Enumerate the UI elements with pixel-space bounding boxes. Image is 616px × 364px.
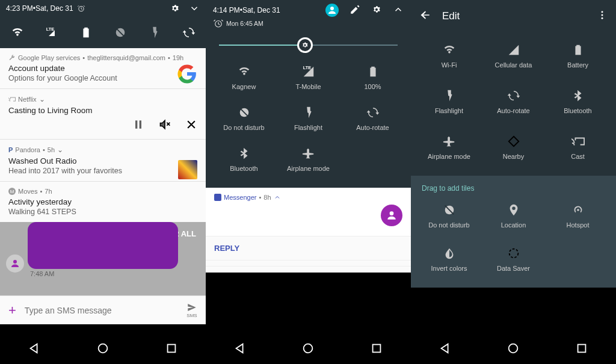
home-button[interactable] [507,342,520,357]
back-button[interactable] [233,342,247,357]
notification-google[interactable]: Google Play services • theglittersquid@g… [0,48,206,89]
sms-background: CLEAR ALL 7:48 AM + Type an SMS message … [0,222,206,324]
alarm-icon [213,18,224,29]
notification-messenger[interactable]: Messenger • 8h [206,188,411,236]
tile-lte[interactable]: LTET-Mobile [276,65,340,90]
expand-icon[interactable] [189,3,200,14]
svg-rect-14 [578,345,586,353]
pause-button[interactable] [132,119,144,133]
brightness-slider[interactable] [206,31,411,59]
lte-icon: LTE [302,65,315,78]
tile-label: T-Mobile [295,83,321,90]
tile-bluetooth[interactable]: Bluetooth [212,147,276,172]
tile-nearby[interactable]: Nearby [481,135,546,160]
send-button[interactable]: SMS [186,302,197,318]
tile-label: Wi-Fi [442,61,457,69]
tile-label: Airplane mode [287,165,330,172]
tile-battery[interactable]: Battery [546,43,610,69]
profile-icon[interactable] [325,4,339,17]
notification-moves[interactable]: M Moves • 7h Activity yesterday Walking … [0,182,206,222]
tile-label: Hotspot [567,221,590,229]
tile-datasaver[interactable]: Data Saver [481,247,546,272]
moves-icon: M [8,188,16,195]
tile-label: Bluetooth [564,107,591,114]
album-art [178,160,197,179]
edit-header: Edit [411,0,616,32]
tile-label: Kagnew [232,83,256,90]
tile-cast[interactable]: Cast [546,135,610,160]
notification-pandora[interactable]: P Pandora • 5h ⌄ Washed Out Radio Head i… [0,140,206,182]
tile-label: Flashlight [294,124,322,131]
invert-icon [443,247,456,260]
tile-label: Bluetooth [230,165,257,172]
close-button[interactable] [185,119,197,133]
wifi-icon [443,43,456,57]
recents-button[interactable] [165,342,178,357]
airplane-icon [443,135,456,148]
tile-wifi[interactable]: Kagnew [212,65,276,90]
tile-label: Cellular data [495,61,532,69]
status-bar: 4:14 PM • Sat, Dec 31 Mon 6:45 AM [206,0,411,31]
tile-label: Do not disturb [223,124,264,131]
wifi-icon[interactable] [11,26,24,39]
chevron-up-icon [274,194,281,201]
svg-point-13 [509,344,518,353]
svg-point-11 [304,344,313,353]
nav-bar [206,335,411,364]
tile-airplane[interactable]: Airplane mode [417,135,481,160]
bluetooth-icon [571,89,585,102]
tile-rotate[interactable]: Auto-rotate [340,106,405,131]
tile-cell[interactable]: Cellular data [481,43,546,69]
tile-location[interactable]: Location [481,203,546,229]
quick-settings-row: LTE [0,17,206,48]
battery-icon[interactable] [79,26,93,39]
contact-avatar [6,254,24,273]
settings-icon[interactable] [170,3,180,14]
back-icon[interactable] [419,9,431,23]
tile-flashlight[interactable]: Flashlight [417,89,481,114]
tile-bluetooth[interactable]: Bluetooth [546,89,610,114]
settings-icon[interactable] [371,4,382,17]
recents-button[interactable] [370,342,383,357]
tile-battery[interactable]: 100% [340,65,405,90]
svg-text:LTE: LTE [303,65,310,70]
sms-compose[interactable]: + Type an SMS message SMS [0,295,206,324]
wifi-icon [238,65,251,78]
tile-label: Auto-rotate [497,107,529,114]
tile-rotate[interactable]: Auto-rotate [481,89,546,114]
tile-label: Auto-rotate [356,124,389,131]
edit-icon[interactable] [350,4,360,17]
home-button[interactable] [96,342,109,357]
tile-label: Data Saver [497,265,530,272]
dnd-icon[interactable] [114,26,127,39]
tile-dnd[interactable]: Do not disturb [417,203,481,229]
rotate-icon[interactable] [182,26,196,39]
tile-dnd[interactable]: Do not disturb [212,106,276,131]
sender-avatar [381,205,402,226]
rotate-icon [366,106,380,119]
tile-wifi[interactable]: Wi-Fi [417,43,481,69]
tile-flashlight[interactable]: Flashlight [276,106,340,131]
notif-body: Options for your Google Account [8,74,197,82]
cell-icon [507,43,520,57]
lte-icon[interactable]: LTE [45,26,58,39]
tile-airplane[interactable]: Airplane mode [276,147,340,172]
mute-button[interactable] [159,119,171,133]
flashlight-icon[interactable] [148,26,161,39]
home-button[interactable] [301,342,315,357]
more-icon[interactable] [597,10,608,23]
reply-button[interactable]: REPLY [206,236,411,261]
tile-invert[interactable]: Invert colors [417,247,481,272]
notification-netflix[interactable]: Netflix ⌄ Casting to Living Room [0,89,206,140]
tile-label: 100% [364,83,381,90]
drag-zone: Drag to add tiles Do not disturbLocation… [411,176,616,288]
rotate-icon [507,89,520,102]
recents-button[interactable] [575,342,588,357]
back-button[interactable] [28,342,41,357]
svg-rect-12 [373,345,381,353]
add-icon[interactable]: + [8,303,16,318]
tile-hotspot[interactable]: Hotspot [546,203,610,229]
pandora-icon: P [8,146,13,153]
collapse-icon[interactable] [393,4,404,17]
back-button[interactable] [439,342,452,357]
